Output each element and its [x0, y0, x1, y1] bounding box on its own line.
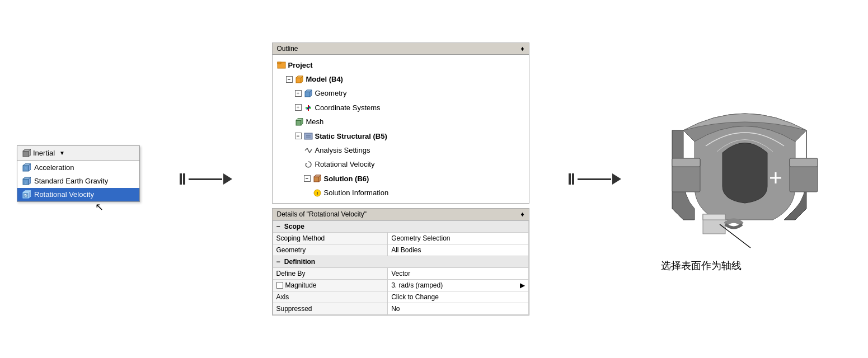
magnitude-row: Magnitude 3. rad/s (ramped) ▶ — [273, 280, 528, 291]
3d-model-svg — [661, 86, 829, 253]
mesh-label: Mesh — [306, 115, 324, 128]
geometry-row-value: All Bodies — [388, 244, 528, 256]
details-title: Details of "Rotational Velocity" — [277, 210, 367, 218]
arrow-bars-2 — [569, 173, 574, 185]
scoping-method-value: Geometry Selection — [388, 233, 528, 244]
model-icon — [295, 75, 304, 84]
inertial-dropdown: Inertial ▼ ↑ Acceleration ↓ Standard Ear… — [17, 145, 140, 202]
tree-item-static-structural[interactable]: − Static Structural (B5) — [295, 129, 524, 143]
definition-section-row: − Definition — [273, 256, 528, 268]
definition-collapse-btn[interactable]: − — [276, 258, 280, 266]
arrow-2 — [560, 173, 630, 185]
arrow-head-2 — [612, 173, 621, 185]
project-icon — [277, 60, 286, 69]
solution-label: Solution (B6) — [324, 172, 369, 185]
scope-section-header: − Scope — [273, 221, 528, 233]
definition-label: Definition — [284, 258, 315, 266]
cursor-indicator: ↖ — [95, 201, 104, 213]
tree-item-solution-information[interactable]: ! Solution Information — [313, 186, 524, 200]
suppressed-value: No — [388, 303, 528, 315]
model-area: 选择表面作为轴线 — [661, 86, 851, 272]
arrow-1 — [171, 173, 241, 185]
outline-panel: Outline ♦ Project − Model (B4) — [272, 43, 529, 204]
tree-item-coordinate-systems[interactable]: + Coordinate Systems — [295, 101, 524, 115]
acceleration-label: Acceleration — [34, 163, 74, 172]
geometry-expand[interactable]: + — [295, 90, 302, 97]
dropdown-item-rotational-velocity[interactable]: ↻ Rotational Velocity — [17, 188, 139, 201]
arrow-line-2 — [578, 178, 611, 180]
define-by-label: Define By — [273, 268, 388, 280]
scoping-method-row: Scoping Method Geometry Selection — [273, 233, 528, 244]
arrow-bar-2b — [572, 173, 574, 185]
define-by-row: Define By Vector — [273, 268, 528, 280]
solution-icon — [313, 174, 322, 183]
solution-info-label: Solution Information — [324, 186, 389, 199]
svg-rect-36 — [314, 177, 319, 182]
define-by-value: Vector — [388, 268, 528, 280]
tree-item-solution[interactable]: − Solution (B6) — [304, 172, 524, 186]
project-label: Project — [288, 59, 313, 72]
solution-expand[interactable]: − — [304, 175, 311, 182]
arrow-bar-1b — [183, 173, 185, 185]
inertial-label: Inertial — [33, 149, 55, 157]
scoping-method-label: Scoping Method — [273, 233, 388, 244]
outline-pin[interactable]: ♦ — [520, 45, 524, 53]
tree-item-project[interactable]: Project — [277, 58, 524, 72]
suppressed-row: Suppressed No — [273, 303, 528, 315]
magnitude-value-row: 3. rad/s (ramped) ▶ — [391, 281, 524, 289]
tree-item-analysis-settings[interactable]: Analysis Settings — [304, 143, 524, 157]
details-pin[interactable]: ♦ — [520, 210, 524, 218]
annotation-text: 选择表面作为轴线 — [661, 259, 742, 272]
details-table: − Scope Scoping Method Geometry Selectio… — [273, 220, 529, 315]
model-expand[interactable]: − — [286, 76, 293, 83]
rotational-velocity-tree-icon — [304, 160, 313, 169]
analysis-settings-icon — [304, 146, 313, 155]
svg-line-34 — [309, 149, 312, 153]
details-panel: Details of "Rotational Velocity" ♦ − Sco… — [272, 208, 529, 315]
axis-value[interactable]: Click to Change — [388, 291, 528, 303]
dropdown-item-standard-earth-gravity[interactable]: ↓ Standard Earth Gravity — [17, 175, 139, 188]
outline-panel-header: Outline ♦ — [273, 43, 529, 55]
geometry-row: Geometry All Bodies — [273, 244, 528, 256]
tree-item-rotational-velocity[interactable]: Rotational Velocity — [304, 157, 524, 171]
rotational-velocity-icon: ↻ — [22, 190, 31, 199]
inertial-icon — [22, 149, 31, 158]
svg-rect-49 — [703, 214, 725, 220]
geometry-label: Geometry — [315, 87, 347, 100]
arrow-shape-2 — [569, 173, 621, 185]
rotational-velocity-label: Rotational Velocity — [34, 190, 94, 199]
standard-earth-gravity-label: Standard Earth Gravity — [34, 177, 108, 185]
3d-model — [661, 86, 829, 253]
arrow-shape-1 — [180, 173, 232, 185]
mesh-icon — [295, 117, 304, 126]
tree-item-model[interactable]: − Model (B4) — [286, 72, 524, 86]
tree-item-geometry[interactable]: + Geometry — [295, 86, 524, 100]
svg-line-33 — [307, 148, 309, 153]
inertial-dropdown-arrow: ▼ — [59, 150, 65, 156]
static-expand[interactable]: − — [295, 133, 302, 139]
coord-expand[interactable]: + — [295, 104, 302, 111]
arrow-bars-1 — [180, 173, 185, 185]
magnitude-label: Magnitude — [273, 280, 388, 291]
outline-title: Outline — [277, 45, 298, 53]
magnitude-value-cell[interactable]: 3. rad/s (ramped) ▶ — [388, 280, 528, 291]
rotational-velocity-tree-label: Rotational Velocity — [315, 158, 375, 171]
svg-rect-17 — [296, 78, 301, 83]
svg-rect-20 — [305, 92, 310, 97]
coord-systems-icon — [304, 103, 313, 112]
geometry-icon — [304, 89, 313, 98]
magnitude-checkbox[interactable] — [276, 282, 283, 289]
outline-tree: Project − Model (B4) + — [273, 55, 529, 204]
inertial-dropdown-header[interactable]: Inertial ▼ — [17, 146, 139, 161]
axis-label: Axis — [273, 291, 388, 303]
model-label: Model (B4) — [306, 73, 343, 86]
dropdown-item-acceleration[interactable]: ↑ Acceleration — [17, 161, 139, 175]
tree-item-mesh[interactable]: Mesh — [295, 115, 524, 129]
magnitude-arrow[interactable]: ▶ — [520, 281, 525, 289]
svg-rect-43 — [672, 158, 700, 167]
scope-label: Scope — [284, 223, 304, 230]
svg-text:↓: ↓ — [25, 180, 27, 185]
scope-collapse-btn[interactable]: − — [276, 223, 280, 230]
details-panel-header: Details of "Rotational Velocity" ♦ — [273, 209, 529, 220]
suppressed-label: Suppressed — [273, 303, 388, 315]
